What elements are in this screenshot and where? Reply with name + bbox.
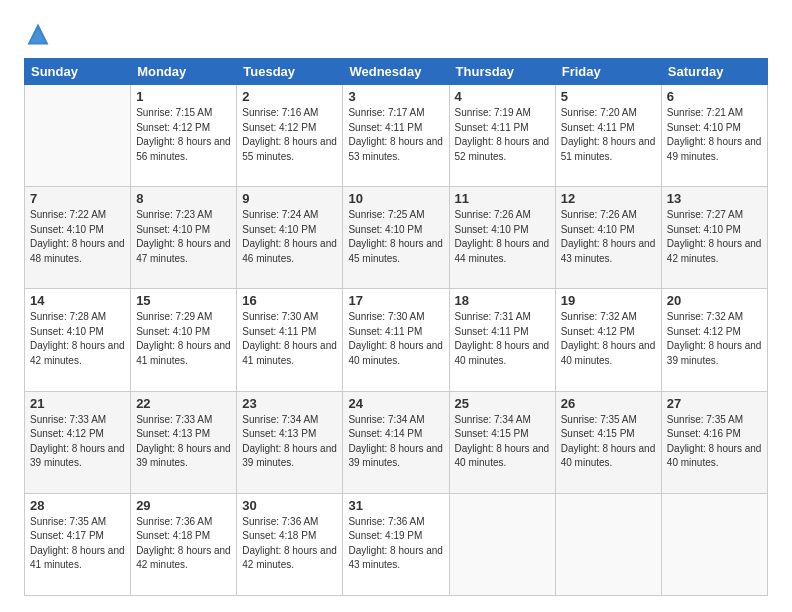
day-number: 2 — [242, 89, 337, 104]
day-number: 20 — [667, 293, 762, 308]
sunrise: Sunrise: 7:33 AM — [136, 414, 212, 425]
daylight: Daylight: 8 hours and 41 minutes. — [30, 545, 125, 571]
weekday-header: Sunday — [25, 59, 131, 85]
day-number: 1 — [136, 89, 231, 104]
day-number: 27 — [667, 396, 762, 411]
day-number: 6 — [667, 89, 762, 104]
sunset: Sunset: 4:17 PM — [30, 530, 104, 541]
day-number: 24 — [348, 396, 443, 411]
cell-info: Sunrise: 7:31 AM Sunset: 4:11 PM Dayligh… — [455, 310, 550, 368]
sunrise: Sunrise: 7:36 AM — [242, 516, 318, 527]
calendar-cell: 29 Sunrise: 7:36 AM Sunset: 4:18 PM Dayl… — [131, 493, 237, 595]
calendar-cell: 30 Sunrise: 7:36 AM Sunset: 4:18 PM Dayl… — [237, 493, 343, 595]
sunrise: Sunrise: 7:36 AM — [136, 516, 212, 527]
sunrise: Sunrise: 7:34 AM — [242, 414, 318, 425]
day-number: 14 — [30, 293, 125, 308]
day-number: 3 — [348, 89, 443, 104]
calendar-cell: 2 Sunrise: 7:16 AM Sunset: 4:12 PM Dayli… — [237, 85, 343, 187]
day-number: 8 — [136, 191, 231, 206]
calendar-cell: 14 Sunrise: 7:28 AM Sunset: 4:10 PM Dayl… — [25, 289, 131, 391]
daylight: Daylight: 8 hours and 42 minutes. — [136, 545, 231, 571]
cell-info: Sunrise: 7:32 AM Sunset: 4:12 PM Dayligh… — [561, 310, 656, 368]
daylight: Daylight: 8 hours and 39 minutes. — [30, 443, 125, 469]
calendar-cell: 1 Sunrise: 7:15 AM Sunset: 4:12 PM Dayli… — [131, 85, 237, 187]
calendar-cell: 23 Sunrise: 7:34 AM Sunset: 4:13 PM Dayl… — [237, 391, 343, 493]
calendar-cell: 4 Sunrise: 7:19 AM Sunset: 4:11 PM Dayli… — [449, 85, 555, 187]
sunset: Sunset: 4:14 PM — [348, 428, 422, 439]
daylight: Daylight: 8 hours and 46 minutes. — [242, 238, 337, 264]
sunrise: Sunrise: 7:25 AM — [348, 209, 424, 220]
sunset: Sunset: 4:10 PM — [30, 326, 104, 337]
calendar-week-row: 1 Sunrise: 7:15 AM Sunset: 4:12 PM Dayli… — [25, 85, 768, 187]
daylight: Daylight: 8 hours and 43 minutes. — [561, 238, 656, 264]
calendar-cell: 22 Sunrise: 7:33 AM Sunset: 4:13 PM Dayl… — [131, 391, 237, 493]
sunset: Sunset: 4:13 PM — [242, 428, 316, 439]
day-number: 29 — [136, 498, 231, 513]
calendar-cell: 16 Sunrise: 7:30 AM Sunset: 4:11 PM Dayl… — [237, 289, 343, 391]
sunset: Sunset: 4:10 PM — [667, 224, 741, 235]
sunrise: Sunrise: 7:32 AM — [561, 311, 637, 322]
day-number: 11 — [455, 191, 550, 206]
calendar-week-row: 28 Sunrise: 7:35 AM Sunset: 4:17 PM Dayl… — [25, 493, 768, 595]
cell-info: Sunrise: 7:36 AM Sunset: 4:18 PM Dayligh… — [136, 515, 231, 573]
sunset: Sunset: 4:10 PM — [561, 224, 635, 235]
sunrise: Sunrise: 7:29 AM — [136, 311, 212, 322]
cell-info: Sunrise: 7:27 AM Sunset: 4:10 PM Dayligh… — [667, 208, 762, 266]
cell-info: Sunrise: 7:33 AM Sunset: 4:12 PM Dayligh… — [30, 413, 125, 471]
calendar-cell: 25 Sunrise: 7:34 AM Sunset: 4:15 PM Dayl… — [449, 391, 555, 493]
sunrise: Sunrise: 7:19 AM — [455, 107, 531, 118]
daylight: Daylight: 8 hours and 49 minutes. — [667, 136, 762, 162]
weekday-header: Thursday — [449, 59, 555, 85]
weekday-header: Monday — [131, 59, 237, 85]
sunrise: Sunrise: 7:35 AM — [561, 414, 637, 425]
calendar-week-row: 14 Sunrise: 7:28 AM Sunset: 4:10 PM Dayl… — [25, 289, 768, 391]
day-number: 5 — [561, 89, 656, 104]
daylight: Daylight: 8 hours and 44 minutes. — [455, 238, 550, 264]
calendar-cell: 8 Sunrise: 7:23 AM Sunset: 4:10 PM Dayli… — [131, 187, 237, 289]
sunrise: Sunrise: 7:34 AM — [348, 414, 424, 425]
cell-info: Sunrise: 7:28 AM Sunset: 4:10 PM Dayligh… — [30, 310, 125, 368]
calendar-cell — [449, 493, 555, 595]
daylight: Daylight: 8 hours and 39 minutes. — [136, 443, 231, 469]
cell-info: Sunrise: 7:29 AM Sunset: 4:10 PM Dayligh… — [136, 310, 231, 368]
sunrise: Sunrise: 7:36 AM — [348, 516, 424, 527]
sunrise: Sunrise: 7:35 AM — [30, 516, 106, 527]
calendar-cell — [25, 85, 131, 187]
calendar-cell: 13 Sunrise: 7:27 AM Sunset: 4:10 PM Dayl… — [661, 187, 767, 289]
daylight: Daylight: 8 hours and 40 minutes. — [561, 443, 656, 469]
logo-icon — [24, 20, 52, 48]
cell-info: Sunrise: 7:30 AM Sunset: 4:11 PM Dayligh… — [242, 310, 337, 368]
sunset: Sunset: 4:18 PM — [136, 530, 210, 541]
sunrise: Sunrise: 7:22 AM — [30, 209, 106, 220]
daylight: Daylight: 8 hours and 39 minutes. — [348, 443, 443, 469]
sunset: Sunset: 4:12 PM — [136, 122, 210, 133]
calendar-cell: 26 Sunrise: 7:35 AM Sunset: 4:15 PM Dayl… — [555, 391, 661, 493]
page: SundayMondayTuesdayWednesdayThursdayFrid… — [0, 0, 792, 612]
calendar-cell — [661, 493, 767, 595]
sunset: Sunset: 4:11 PM — [455, 122, 529, 133]
sunset: Sunset: 4:12 PM — [667, 326, 741, 337]
sunrise: Sunrise: 7:16 AM — [242, 107, 318, 118]
cell-info: Sunrise: 7:16 AM Sunset: 4:12 PM Dayligh… — [242, 106, 337, 164]
day-number: 19 — [561, 293, 656, 308]
calendar-cell: 20 Sunrise: 7:32 AM Sunset: 4:12 PM Dayl… — [661, 289, 767, 391]
logo — [24, 20, 56, 48]
daylight: Daylight: 8 hours and 51 minutes. — [561, 136, 656, 162]
day-number: 31 — [348, 498, 443, 513]
calendar-week-row: 21 Sunrise: 7:33 AM Sunset: 4:12 PM Dayl… — [25, 391, 768, 493]
day-number: 28 — [30, 498, 125, 513]
cell-info: Sunrise: 7:25 AM Sunset: 4:10 PM Dayligh… — [348, 208, 443, 266]
sunset: Sunset: 4:11 PM — [242, 326, 316, 337]
calendar-cell: 12 Sunrise: 7:26 AM Sunset: 4:10 PM Dayl… — [555, 187, 661, 289]
cell-info: Sunrise: 7:24 AM Sunset: 4:10 PM Dayligh… — [242, 208, 337, 266]
daylight: Daylight: 8 hours and 39 minutes. — [242, 443, 337, 469]
weekday-header: Saturday — [661, 59, 767, 85]
daylight: Daylight: 8 hours and 48 minutes. — [30, 238, 125, 264]
calendar: SundayMondayTuesdayWednesdayThursdayFrid… — [24, 58, 768, 596]
sunset: Sunset: 4:16 PM — [667, 428, 741, 439]
day-number: 30 — [242, 498, 337, 513]
cell-info: Sunrise: 7:15 AM Sunset: 4:12 PM Dayligh… — [136, 106, 231, 164]
cell-info: Sunrise: 7:36 AM Sunset: 4:18 PM Dayligh… — [242, 515, 337, 573]
daylight: Daylight: 8 hours and 47 minutes. — [136, 238, 231, 264]
calendar-cell: 11 Sunrise: 7:26 AM Sunset: 4:10 PM Dayl… — [449, 187, 555, 289]
